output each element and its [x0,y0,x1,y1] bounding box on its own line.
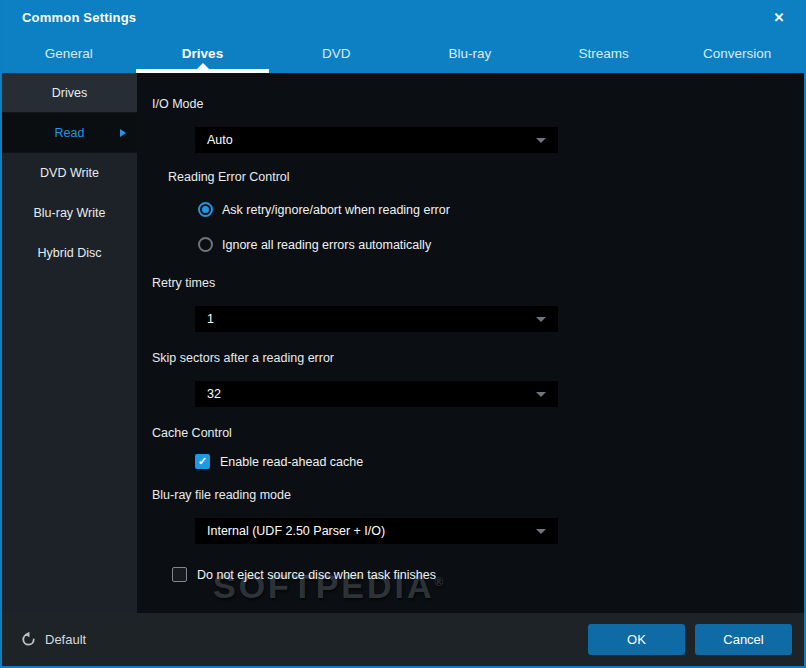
tab-drives[interactable]: Drives [136,34,270,73]
reading-error-control-label: Reading Error Control [168,170,804,184]
sidebar-item-drives[interactable]: Drives [2,73,137,113]
tab-bluray[interactable]: Blu-ray [403,34,537,73]
checkbox-label: Do not eject source disc when task finis… [197,568,436,582]
reset-undo-icon [20,631,37,648]
radio-label: Ignore all reading errors automatically [222,238,431,252]
sidebar-item-hybrid-disc[interactable]: Hybrid Disc [2,233,137,273]
sidebar-item-label: Blu-ray Write [33,206,105,220]
retry-times-value: 1 [207,312,214,326]
common-settings-dialog: Common Settings ✕ General Drives DVD Blu… [0,0,806,668]
checkbox-checked-icon: ✓ [195,454,210,469]
cancel-button-label: Cancel [723,632,763,647]
sidebar-item-dvd-write[interactable]: DVD Write [2,153,137,193]
eject-checkbox-row[interactable]: Do not eject source disc when task finis… [172,567,804,582]
settings-panel: I/O Mode Auto Reading Error Control Ask … [137,73,804,613]
dialog-body: Drives Read DVD Write Blu-ray Write Hybr… [2,73,804,613]
tab-streams[interactable]: Streams [537,34,671,73]
sidebar: Drives Read DVD Write Blu-ray Write Hybr… [2,73,137,613]
tab-label: Conversion [703,46,771,61]
chevron-right-icon [120,129,126,137]
tab-label: Drives [182,46,223,61]
dialog-footer: Default OK Cancel [2,613,804,666]
sidebar-item-label: DVD Write [40,166,99,180]
cache-control-label: Cache Control [152,426,804,440]
skip-sectors-label: Skip sectors after a reading error [152,351,804,365]
chevron-down-icon [536,317,546,322]
tab-label: Streams [578,46,628,61]
tab-label: General [45,46,93,61]
close-icon[interactable]: ✕ [768,6,790,28]
default-button-label: Default [45,632,86,647]
titlebar: Common Settings ✕ [2,0,804,34]
io-mode-dropdown[interactable]: Auto [195,127,558,153]
bluray-mode-value: Internal (UDF 2.50 Parser + I/O) [207,524,385,538]
chevron-down-icon [536,138,546,143]
chevron-down-icon [536,529,546,534]
retry-times-label: Retry times [152,276,804,290]
ok-button[interactable]: OK [588,624,685,655]
sidebar-item-bluray-write[interactable]: Blu-ray Write [2,193,137,233]
sidebar-item-label: Read [55,126,85,140]
bluray-mode-dropdown[interactable]: Internal (UDF 2.50 Parser + I/O) [195,518,558,544]
checkbox-label: Enable read-ahead cache [220,455,363,469]
dialog-header: Common Settings ✕ General Drives DVD Blu… [2,0,804,73]
tab-conversion[interactable]: Conversion [670,34,804,73]
tab-label: DVD [322,46,351,61]
radio-selected-icon [198,202,213,217]
tab-general[interactable]: General [2,34,136,73]
radio-ignore-errors[interactable]: Ignore all reading errors automatically [198,237,804,252]
skip-sectors-dropdown[interactable]: 32 [195,381,558,407]
tab-label: Blu-ray [448,46,491,61]
checkbox-unchecked-icon [172,567,187,582]
radio-dot [202,206,209,213]
io-mode-value: Auto [207,133,233,147]
chevron-down-icon [536,392,546,397]
enable-cache-checkbox-row[interactable]: ✓ Enable read-ahead cache [195,454,804,469]
tab-dvd[interactable]: DVD [269,34,403,73]
sidebar-item-label: Drives [52,86,87,100]
radio-label: Ask retry/ignore/abort when reading erro… [222,203,450,217]
sidebar-item-read[interactable]: Read [2,113,137,153]
bluray-mode-label: Blu-ray file reading mode [152,488,804,502]
io-mode-label: I/O Mode [152,97,804,111]
default-button[interactable]: Default [20,631,86,648]
radio-ask-retry[interactable]: Ask retry/ignore/abort when reading erro… [198,202,804,217]
cancel-button[interactable]: Cancel [695,624,792,655]
radio-unselected-icon [198,237,213,252]
ok-button-label: OK [627,632,646,647]
retry-times-dropdown[interactable]: 1 [195,306,558,332]
skip-sectors-value: 32 [207,387,221,401]
sidebar-item-label: Hybrid Disc [38,246,102,260]
dialog-title: Common Settings [22,10,136,25]
tab-bar: General Drives DVD Blu-ray Streams Conve… [2,34,804,73]
